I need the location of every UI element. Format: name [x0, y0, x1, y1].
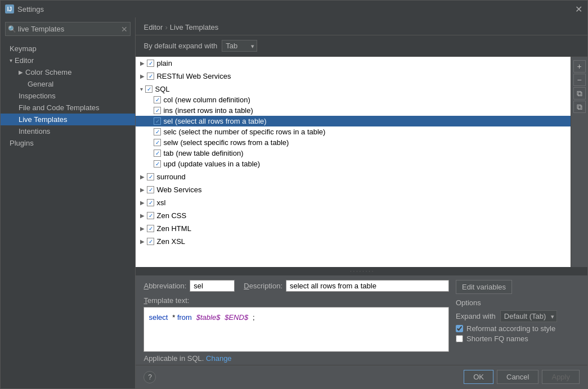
group-xsl-header[interactable]: ▶ ✓ xsl: [136, 197, 571, 208]
group-surround-header[interactable]: ▶ ✓ surround: [136, 171, 571, 182]
sidebar-item-plugins[interactable]: Plugins: [1, 137, 135, 149]
ok-button[interactable]: OK: [464, 370, 493, 384]
drag-handle: · · · · · · · ·: [136, 267, 587, 275]
copy-template-button[interactable]: ⧉: [573, 87, 586, 99]
sidebar-item-inspections[interactable]: Inspections: [1, 90, 135, 102]
template-col[interactable]: ✓ col (new column definition): [136, 94, 571, 105]
group-plain-header[interactable]: ▶ ✓ plain: [136, 58, 571, 69]
cancel-button[interactable]: Cancel: [497, 370, 538, 384]
group-web-services: ▶ ✓ Web Services: [136, 183, 571, 196]
group-zen-xsl: ▶ ✓ Zen XSL: [136, 235, 571, 248]
template-selc-abbr: selc: [163, 128, 176, 136]
template-ins[interactable]: ✓ ins (insert rows into a table): [136, 105, 571, 116]
change-link[interactable]: Change: [206, 354, 232, 363]
sidebar-item-live-templates-label: Live Templates: [19, 115, 67, 124]
template-code-area[interactable]: select * from $table$ $END$ ;: [143, 307, 449, 352]
template-tab[interactable]: ✓ tab (new table definition): [136, 148, 571, 159]
template-tab-abbr: tab: [163, 149, 173, 157]
template-selc-desc: (select the number of specific rows in a…: [179, 128, 326, 136]
template-tab-checkbox[interactable]: ✓: [154, 150, 161, 157]
code-semicolon: ;: [253, 313, 255, 322]
sidebar-item-live-templates[interactable]: Live Templates: [1, 114, 135, 125]
sidebar-item-intentions[interactable]: Intentions: [1, 125, 135, 137]
sidebar-item-keymap[interactable]: Keymap: [1, 43, 135, 55]
reformat-label: Reformat according to style: [466, 324, 555, 333]
add-template-button[interactable]: +: [573, 60, 586, 73]
template-selw[interactable]: ✓ selw (select specific rows from a tabl…: [136, 137, 571, 148]
apply-button[interactable]: Apply: [542, 370, 580, 384]
expand-select[interactable]: Tab Enter Space: [222, 40, 257, 52]
template-selw-checkbox[interactable]: ✓: [154, 139, 161, 146]
description-field-group: Description:: [244, 280, 449, 292]
settings-window: IJ Settings ✕ 🔍 ✕ Keymap ▾ Editor ▶: [0, 0, 588, 389]
paste-template-button[interactable]: ⧉: [573, 101, 586, 113]
group-plain-checkbox[interactable]: ✓: [147, 60, 154, 67]
group-web-services-checkbox[interactable]: ✓: [147, 186, 154, 193]
sidebar: 🔍 ✕ Keymap ▾ Editor ▶ Color Scheme Gener…: [1, 17, 136, 388]
applicable-row: Applicable in SQL. Change: [143, 354, 449, 363]
group-restful-checkbox[interactable]: ✓: [147, 73, 154, 80]
group-zen-xsl-label: Zen XSL: [156, 237, 185, 246]
close-button[interactable]: ✕: [574, 4, 583, 13]
group-sql-chevron-icon: ▾: [140, 86, 143, 92]
remove-template-button[interactable]: −: [573, 74, 586, 86]
main-content: 🔍 ✕ Keymap ▾ Editor ▶ Color Scheme Gener…: [1, 17, 587, 388]
footer-buttons: ? OK Cancel Apply: [136, 365, 587, 388]
templates-list: ▶ ✓ plain ▶ ✓ RESTful Web Services: [136, 57, 571, 267]
shorten-checkbox[interactable]: [456, 335, 463, 342]
code-star: *: [172, 313, 177, 322]
sidebar-item-color-scheme[interactable]: ▶ Color Scheme: [1, 66, 135, 78]
group-zen-html-header[interactable]: ▶ ✓ Zen HTML: [136, 223, 571, 234]
template-selc-checkbox[interactable]: ✓: [154, 128, 161, 135]
breadcrumb-separator: ›: [165, 23, 167, 31]
sidebar-item-general[interactable]: General: [1, 78, 135, 90]
group-zen-html-label: Zen HTML: [156, 224, 191, 233]
sidebar-item-editor[interactable]: ▾ Editor: [1, 55, 135, 66]
template-sel-checkbox[interactable]: ✓: [154, 117, 161, 125]
help-button[interactable]: ?: [143, 371, 156, 383]
code-from-keyword: from: [177, 313, 192, 322]
group-web-services-header[interactable]: ▶ ✓ Web Services: [136, 184, 571, 195]
group-surround: ▶ ✓ surround: [136, 170, 571, 183]
template-selw-desc: (select specific rows from a table): [180, 138, 289, 147]
sidebar-item-inspections-label: Inspections: [19, 92, 56, 100]
group-zen-css-header[interactable]: ▶ ✓ Zen CSS: [136, 210, 571, 221]
group-zen-css-label: Zen CSS: [156, 211, 186, 220]
edit-variables-button[interactable]: Edit variables: [456, 280, 512, 294]
split-area: ▶ ✓ plain ▶ ✓ RESTful Web Services: [136, 57, 587, 267]
group-sql-header[interactable]: ▾ ✓ SQL: [136, 84, 571, 94]
template-upd-checkbox[interactable]: ✓: [154, 160, 161, 168]
description-input[interactable]: [286, 280, 449, 292]
search-clear-icon[interactable]: ✕: [121, 25, 128, 34]
group-sql-checkbox[interactable]: ✓: [145, 85, 152, 93]
group-plain-chevron-icon: ▶: [140, 60, 145, 66]
group-xsl-checkbox[interactable]: ✓: [147, 199, 154, 206]
expand-with-select[interactable]: Default (Tab) Tab Enter Space: [500, 310, 557, 322]
template-upd[interactable]: ✓ upd (update values in a table): [136, 159, 571, 169]
group-zen-xsl-checkbox[interactable]: ✓: [147, 238, 154, 245]
group-zen-xsl-chevron-icon: ▶: [140, 238, 145, 245]
template-selc[interactable]: ✓ selc (select the number of specific ro…: [136, 126, 571, 137]
template-tab-desc: (new table definition): [176, 149, 244, 157]
abbreviation-input[interactable]: [190, 280, 235, 292]
group-surround-checkbox[interactable]: ✓: [147, 173, 154, 180]
search-box: 🔍 ✕: [5, 22, 131, 36]
template-ins-checkbox[interactable]: ✓: [154, 107, 161, 114]
search-input[interactable]: [5, 22, 131, 36]
window-title: Settings: [17, 5, 574, 13]
group-surround-chevron-icon: ▶: [140, 174, 145, 180]
breadcrumb-live-templates: Live Templates: [170, 23, 218, 31]
template-col-checkbox[interactable]: ✓: [154, 96, 161, 103]
group-restful-header[interactable]: ▶ ✓ RESTful Web Services: [136, 71, 571, 82]
sidebar-item-file-code-templates[interactable]: File and Code Templates: [1, 102, 135, 114]
group-zen-xsl-header[interactable]: ▶ ✓ Zen XSL: [136, 236, 571, 247]
template-upd-desc: (update values in a table): [178, 160, 260, 168]
group-zen-html-checkbox[interactable]: ✓: [147, 225, 154, 232]
expand-select-wrapper: Tab Enter Space: [222, 40, 257, 52]
reformat-checkbox[interactable]: [456, 325, 463, 332]
group-zen-css-checkbox[interactable]: ✓: [147, 212, 154, 219]
template-col-abbr: col: [163, 96, 173, 104]
template-sel[interactable]: ✓ sel (select all rows from a table): [136, 116, 571, 126]
group-xsl: ▶ ✓ xsl: [136, 196, 571, 209]
template-selw-abbr: selw: [163, 138, 178, 147]
